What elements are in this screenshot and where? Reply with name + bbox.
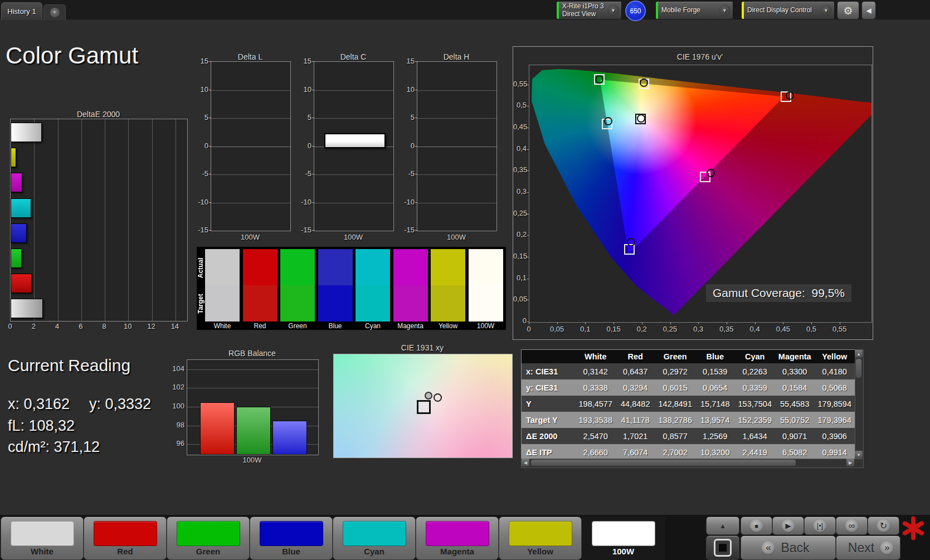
- table-cell: 198,4577: [576, 400, 616, 408]
- chevron-up-icon: ▲: [719, 522, 726, 530]
- pattern-button-100w[interactable]: 100W: [582, 517, 665, 560]
- tick-mark: [527, 192, 529, 193]
- table-vertical-scrollbar[interactable]: ▲ ▼: [855, 349, 864, 459]
- refresh-button[interactable]: ↻: [868, 517, 899, 535]
- delta-gridline: [417, 90, 496, 91]
- delta-y-tick: -15: [298, 226, 311, 234]
- tick-mark: [670, 322, 671, 324]
- deltae-x-tick: 14: [168, 322, 182, 330]
- swatch-cyan: Cyan: [356, 249, 390, 330]
- table-cell: 138,2786: [655, 416, 695, 425]
- stop-measure-button[interactable]: ■: [741, 517, 772, 535]
- cie1976-chart: Gamut Coverage: 99,5%: [529, 65, 872, 323]
- measure-once-button[interactable]: ▶: [772, 517, 804, 535]
- tick-mark: [209, 118, 211, 118]
- deltae-bar-100w: [11, 299, 43, 318]
- single-pattern-button[interactable]: [•]: [804, 517, 836, 535]
- pattern-window-button[interactable]: [706, 535, 739, 560]
- rgb-y-tick: 100: [169, 402, 184, 410]
- marker-actual-yellow: [640, 79, 648, 87]
- continuous-measure-button[interactable]: ∞: [836, 517, 868, 535]
- delta-chart-plot: [417, 61, 497, 231]
- tick-mark: [527, 85, 529, 85]
- pattern-button-cyan[interactable]: Cyan: [333, 517, 416, 560]
- swatch-target: [469, 285, 503, 322]
- cie1976-x-tick: 0,3: [687, 325, 709, 333]
- deltae-bar-cyan: [11, 198, 31, 218]
- rgb-y-tick: 102: [169, 383, 184, 391]
- deltae-bar-red: [11, 274, 32, 293]
- table-cell: 0,3300: [775, 367, 815, 376]
- tick-mark: [698, 322, 699, 324]
- table-horizontal-scrollbar[interactable]: ◀ ▶: [521, 459, 864, 468]
- bracket-dot-icon: [•]: [813, 519, 827, 533]
- tick-mark: [527, 235, 529, 236]
- delta-gridline: [314, 118, 393, 119]
- table-cell: 1,7021: [616, 432, 656, 441]
- delta-gridline: [211, 147, 290, 147]
- back-button[interactable]: « Back: [741, 535, 836, 560]
- source-dropdown[interactable]: Mobile Forge ▼: [655, 1, 733, 20]
- tab-history-1[interactable]: History 1: [1, 2, 42, 20]
- cie1976-y-tick: 0,3: [513, 187, 527, 196]
- cie1976-y-tick: 0,25: [513, 209, 527, 217]
- swatch-white: White: [205, 249, 240, 330]
- table-cell: 0,3906: [815, 432, 855, 441]
- deltae-x-tick: 6: [74, 322, 87, 330]
- pattern-button-green[interactable]: Green: [167, 517, 250, 560]
- delta-chart-delta-h: Delta H151050-5-10-15100W: [401, 50, 497, 242]
- meter-dropdown[interactable]: X-Rite i1Pro 3 Direct View ▼: [556, 1, 622, 20]
- settings-button[interactable]: ⚙: [837, 1, 859, 20]
- scroll-left-icon[interactable]: ◀: [522, 459, 529, 466]
- table-header-row: WhiteRedGreenBlueCyanMagentaYellow: [522, 350, 855, 363]
- pattern-bar: WhiteRedGreenBlueCyanMagentaYellow100W ▲…: [0, 515, 930, 560]
- scroll-right-icon[interactable]: ▶: [846, 459, 854, 466]
- swatch-target: [393, 285, 428, 322]
- unsaved-session-asterisk-icon: [901, 516, 926, 540]
- scroll-down-icon[interactable]: ▼: [855, 451, 863, 459]
- pattern-button-magenta[interactable]: Magenta: [416, 517, 499, 560]
- rgb-y-tick: 98: [169, 421, 184, 429]
- meter-count-badge[interactable]: 650: [625, 1, 646, 21]
- swatch-label: Red: [243, 322, 277, 330]
- tick-mark: [527, 214, 529, 215]
- pattern-button-yellow[interactable]: Yellow: [499, 517, 582, 560]
- chevron-down-icon: ▼: [607, 4, 619, 16]
- delta-chart-x-label: 100W: [417, 233, 496, 241]
- pattern-button-blue[interactable]: Blue: [250, 517, 333, 560]
- table-row: Target Y193,353841,1178138,278613,957415…: [522, 412, 855, 428]
- tick-mark: [840, 322, 840, 324]
- pattern-swatch: [260, 521, 323, 546]
- chevrons-right-icon: »: [880, 541, 894, 555]
- table-cell: 44,8482: [616, 400, 656, 408]
- next-button[interactable]: Next »: [836, 535, 900, 560]
- scroll-up-icon[interactable]: ▲: [855, 350, 863, 358]
- tick-mark: [527, 300, 529, 300]
- add-tab-button[interactable]: +: [43, 4, 66, 20]
- meter-name: X-Rite i1Pro 3: [562, 2, 604, 10]
- swatch-yellow: Yellow: [431, 249, 465, 330]
- tick-mark: [312, 202, 314, 203]
- table-hscroll-thumb[interactable]: [531, 460, 796, 466]
- row-label: y: CIE31: [522, 383, 576, 392]
- table-cell: 2,4419: [735, 448, 775, 457]
- delta-chart-plot: [211, 61, 291, 231]
- page-title: Color Gamut: [6, 42, 138, 69]
- delta-gridline: [314, 174, 393, 175]
- pattern-button-white[interactable]: White: [1, 517, 84, 560]
- collapse-panel-button[interactable]: ◀: [861, 1, 876, 20]
- table-cell: 153,7504: [735, 400, 775, 408]
- table-cell: 0,3359: [735, 383, 775, 392]
- display-control-dropdown[interactable]: Direct Display Control ▼: [741, 1, 835, 20]
- delta-y-tick: 10: [195, 85, 208, 94]
- reading-y: y: 0,3332: [89, 396, 151, 413]
- pattern-window-up-button[interactable]: ▲: [706, 517, 739, 535]
- delta-y-tick: -5: [195, 169, 208, 178]
- play-icon: ▶: [781, 519, 795, 533]
- delta-bar: [324, 133, 386, 148]
- table-vscroll-thumb[interactable]: [856, 359, 861, 378]
- tick-mark: [527, 279, 529, 279]
- deltae-x-tick: 10: [121, 322, 134, 330]
- pattern-button-red[interactable]: Red: [84, 517, 167, 560]
- tick-mark: [415, 146, 417, 147]
